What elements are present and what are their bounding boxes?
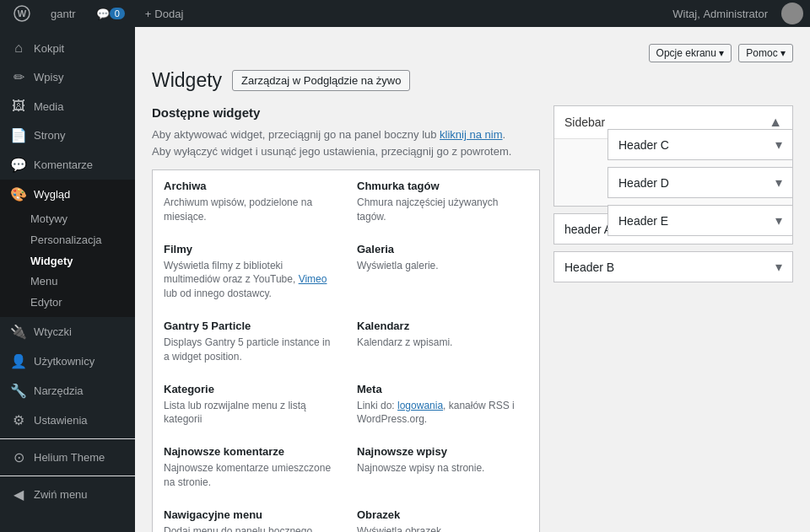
widget-desc-obrazek: Wyświetla obrazek: [357, 524, 528, 532]
widget-grid: Archiwa Archiwum wpisów, podzielone na m…: [152, 169, 540, 532]
widget-title-filmy: Filmy: [164, 243, 335, 255]
collapse-icon: ◀: [10, 486, 27, 502]
panel-header-c: Header C ▾: [608, 129, 793, 160]
widget-gantry[interactable]: Gantry 5 Particle Displays Gantry 5 part…: [153, 310, 346, 373]
widget-title-najnowsze-komentarze: Najnowsze komentarze: [164, 445, 335, 458]
sidebar-item-wyglad[interactable]: 🎨 Wygląd: [0, 180, 135, 209]
sidebar-item-media[interactable]: 🖼 Media: [0, 92, 135, 121]
manage-live-button[interactable]: Zarządzaj w Podglądzie na żywo: [232, 70, 410, 91]
panel-header-e-header[interactable]: Header E ▾: [608, 206, 792, 235]
panel-header-d-chevron: ▾: [775, 175, 782, 191]
widget-panels: Sidebar ▲ header A ▾ Header B: [554, 105, 793, 532]
howdy-text: Witaj,: [672, 8, 700, 20]
sidebar-item-collapse[interactable]: ◀ Zwiń menu: [0, 480, 135, 509]
sidebar-item-wpisy[interactable]: ✏ Wpisy: [0, 62, 135, 92]
login-link[interactable]: logowania: [397, 400, 443, 411]
widget-chmurka[interactable]: Chmurka tagów Chmura najczęściej używany…: [346, 170, 539, 234]
sidebar-label-ustawienia: Ustawienia: [34, 414, 88, 427]
widget-desc-kalendarz: Kalendarz z wpisami.: [357, 336, 528, 350]
widget-desc-najnowsze-komentarze: Najnowsze komentarze umieszczone na stro…: [164, 461, 335, 490]
sidebar-item-ustawienia[interactable]: ⚙ Ustawienia: [0, 406, 135, 435]
widget-title-kalendarz: Kalendarz: [357, 320, 528, 332]
sidebar-item-uzytkownicy[interactable]: 👤 Użytkownicy: [0, 347, 135, 376]
vimeo-link[interactable]: Vimeo: [299, 273, 327, 285]
sidebar-item-narzedzia[interactable]: 🔧 Narzędzia: [0, 376, 135, 406]
sidebar: ⌂ Kokpit ✏ Wpisy 🖼 Media 📄 Strony 💬 Kome…: [0, 27, 135, 532]
settings-icon: ⚙: [10, 412, 27, 428]
sidebar-label-wpisy: Wpisy: [34, 71, 63, 83]
widget-nawigacyjne-menu[interactable]: Nawigacyjne menu Dodaj menu do panelu bo…: [153, 499, 346, 532]
widget-galeria[interactable]: Galeria Wyświetla galerie.: [346, 234, 539, 310]
widget-kalendarz[interactable]: Kalendarz Kalendarz z wpisami.: [346, 310, 539, 373]
widget-najnowsze-wpisy[interactable]: Najnowsze wpisy Najnowsze wpisy na stron…: [346, 436, 539, 499]
site-name-item[interactable]: gantr: [44, 0, 83, 27]
wp-logo-item[interactable]: W: [7, 0, 37, 27]
widget-desc-galeria: Wyświetla galerie.: [357, 259, 528, 273]
plus-icon: +: [145, 8, 152, 20]
content-area: Dostępne widgety Aby aktywować widget, p…: [152, 105, 793, 532]
sidebar-label-strony: Strony: [34, 129, 66, 142]
howdy-item: Witaj, Administrator: [666, 0, 775, 27]
panel-header-e: Header E ▾: [608, 205, 793, 236]
widget-meta[interactable]: Meta Linki do: logowania, kanałów RSS i …: [346, 373, 539, 437]
sidebar-sub-motywy[interactable]: Motywy: [0, 209, 135, 230]
panel-header-b: Header B ▾: [554, 251, 793, 282]
wp-logo-icon: W: [14, 5, 30, 22]
sidebar-item-strony[interactable]: 📄 Strony: [0, 121, 135, 150]
comment-icon: 💬: [96, 8, 110, 20]
posts-icon: ✏: [10, 69, 27, 85]
panel-header-c-header[interactable]: Header C ▾: [608, 130, 792, 159]
widget-title-meta: Meta: [357, 383, 528, 395]
sidebar-label-collapse: Zwiń menu: [34, 488, 88, 501]
main-content: Opcje ekranu ▾ Pomoc ▾ Widgety Zarządzaj…: [135, 27, 810, 532]
widget-desc-archiwa: Archiwum wpisów, podzielone na miesiące.: [164, 196, 335, 224]
plugins-icon: 🔌: [10, 324, 27, 340]
panel-header-b-header[interactable]: Header B ▾: [554, 252, 792, 282]
widget-desc-chmurka: Chmura najczęściej używanych tagów.: [357, 196, 528, 224]
sidebar-item-helium-theme[interactable]: ⊙ Helium Theme: [0, 443, 135, 472]
widget-kategorie[interactable]: Kategorie Lista lub rozwijalne menu z li…: [153, 373, 346, 437]
panel-sidebar-label: Sidebar: [564, 116, 605, 129]
media-icon: 🖼: [10, 99, 27, 114]
available-widgets-desc: Aby aktywować widget, przeciągnij go na …: [152, 126, 540, 159]
comments-item[interactable]: 💬 0: [89, 0, 132, 27]
sidebar-label-helium: Helium Theme: [34, 451, 105, 464]
add-new-item[interactable]: + Dodaj: [138, 0, 191, 27]
widget-obrazek[interactable]: Obrazek Wyświetla obrazek: [346, 499, 539, 532]
widget-filmy[interactable]: Filmy Wyświetla filmy z biblioteki multi…: [153, 234, 346, 310]
dashboard-icon: ⌂: [10, 40, 27, 56]
panel-header-d: Header D ▾: [608, 167, 793, 198]
panel-header-b-label: Header B: [564, 261, 614, 274]
click-link[interactable]: kliknij na nim: [440, 128, 502, 141]
sidebar-sub-personalizacja[interactable]: Personalizacja: [0, 230, 135, 251]
panel-header-e-chevron: ▾: [775, 212, 782, 228]
sidebar-label-kokpit: Kokpit: [34, 42, 64, 55]
widget-desc-filmy: Wyświetla filmy z biblioteki multimediów…: [164, 259, 335, 301]
sidebar-label-wyglad: Wygląd: [34, 188, 70, 201]
widget-najnowsze-komentarze[interactable]: Najnowsze komentarze Najnowsze komentarz…: [153, 436, 346, 499]
widget-title-kategorie: Kategorie: [164, 383, 335, 395]
right-panels-col: Header C ▾ Header D ▾: [608, 129, 793, 243]
comments-count: 0: [110, 8, 125, 19]
sidebar-sub-menu[interactable]: Menu: [0, 271, 135, 293]
widget-desc-kategorie: Lista lub rozwijalne menu z listą katego…: [164, 399, 335, 427]
avatar[interactable]: [781, 3, 803, 24]
sidebar-item-komentarze[interactable]: 💬 Komentarze: [0, 150, 135, 180]
available-widgets-section: Dostępne widgety Aby aktywować widget, p…: [152, 105, 540, 532]
sidebar-sub-edytor[interactable]: Edytor: [0, 293, 135, 314]
sidebar-label-narzedzia: Narzędzia: [34, 384, 84, 397]
sidebar-item-kokpit[interactable]: ⌂ Kokpit: [0, 34, 135, 62]
page-title: Widgety: [152, 69, 222, 92]
help-button[interactable]: Pomoc ▾: [738, 44, 793, 62]
widget-archiwa[interactable]: Archiwa Archiwum wpisów, podzielone na m…: [153, 170, 346, 234]
widget-title-galeria: Galeria: [357, 243, 528, 255]
sidebar-item-wtyczki[interactable]: 🔌 Wtyczki: [0, 317, 135, 347]
panel-header-d-header[interactable]: Header D ▾: [608, 168, 792, 197]
sidebar-label-wtyczki: Wtyczki: [34, 325, 72, 338]
panel-header-d-label: Header D: [618, 176, 669, 190]
widget-desc-meta: Linki do: logowania, kanałów RSS i WordP…: [357, 399, 528, 427]
sidebar-sub-widgety[interactable]: Widgety: [0, 251, 135, 272]
screen-options-button[interactable]: Opcje ekranu ▾: [649, 44, 732, 62]
wyglad-section: 🎨 Wygląd Motywy Personalizacja Widgety M…: [0, 180, 135, 317]
available-widgets-heading: Dostępne widgety: [152, 105, 540, 120]
